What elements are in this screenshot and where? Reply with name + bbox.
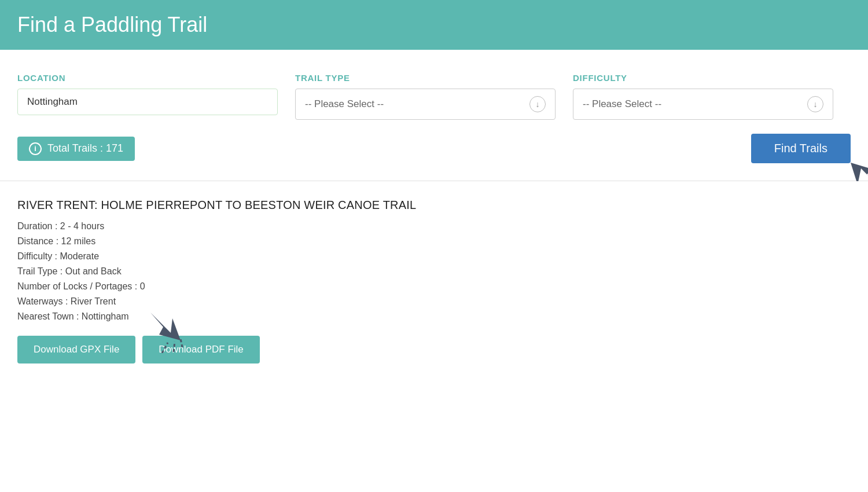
location-input[interactable] <box>17 89 278 115</box>
trail-type-label: TRAIL TYPE <box>295 73 556 83</box>
find-trails-wrapper: Find Trails <box>751 134 851 163</box>
page-header: Find a Paddling Trail <box>0 0 868 50</box>
download-pdf-button[interactable]: Download PDF File <box>142 336 259 364</box>
total-trails-badge: i Total Trails : 171 <box>17 137 135 161</box>
trail-type-placeholder: -- Please Select -- <box>305 98 384 110</box>
trail-nearest-town: Nearest Town : Nottingham <box>17 311 851 322</box>
search-section: LOCATION TRAIL TYPE -- Please Select -- … <box>0 50 868 181</box>
result-section: RIVER TRENT: HOLME PIERREPONT TO BEESTON… <box>0 181 868 387</box>
find-trails-button[interactable]: Find Trails <box>751 134 851 163</box>
trail-duration: Duration : 2 - 4 hours <box>17 221 851 232</box>
download-gpx-button[interactable]: Download GPX File <box>17 336 135 364</box>
difficulty-select[interactable]: -- Please Select -- ↓ <box>573 89 833 120</box>
trail-type-select[interactable]: -- Please Select -- ↓ <box>295 89 556 120</box>
trail-waterways: Waterways : River Trent <box>17 296 851 307</box>
trail-type: Trail Type : Out and Back <box>17 266 851 277</box>
trail-actions: Download GPX File Download PDF File <box>17 336 851 364</box>
location-column: LOCATION <box>17 73 278 115</box>
search-bottom-row: i Total Trails : 171 Find Trails <box>17 134 851 163</box>
page-title: Find a Paddling Trail <box>17 13 851 37</box>
search-row: LOCATION TRAIL TYPE -- Please Select -- … <box>17 73 851 120</box>
total-trails-label: Total Trails : 171 <box>47 142 123 155</box>
trail-title: RIVER TRENT: HOLME PIERREPONT TO BEESTON… <box>17 199 851 212</box>
info-icon: i <box>29 142 42 155</box>
difficulty-placeholder: -- Please Select -- <box>583 98 661 110</box>
trail-type-chevron-down-icon: ↓ <box>529 96 546 112</box>
trail-difficulty: Difficulty : Moderate <box>17 251 851 262</box>
difficulty-column: DIFFICULTY -- Please Select -- ↓ <box>573 73 833 120</box>
location-label: LOCATION <box>17 73 278 83</box>
trail-type-column: TRAIL TYPE -- Please Select -- ↓ <box>295 73 556 120</box>
trail-distance: Distance : 12 miles <box>17 236 851 247</box>
trail-locks: Number of Locks / Portages : 0 <box>17 281 851 292</box>
difficulty-chevron-down-icon: ↓ <box>807 96 823 112</box>
difficulty-label: DIFFICULTY <box>573 73 833 83</box>
